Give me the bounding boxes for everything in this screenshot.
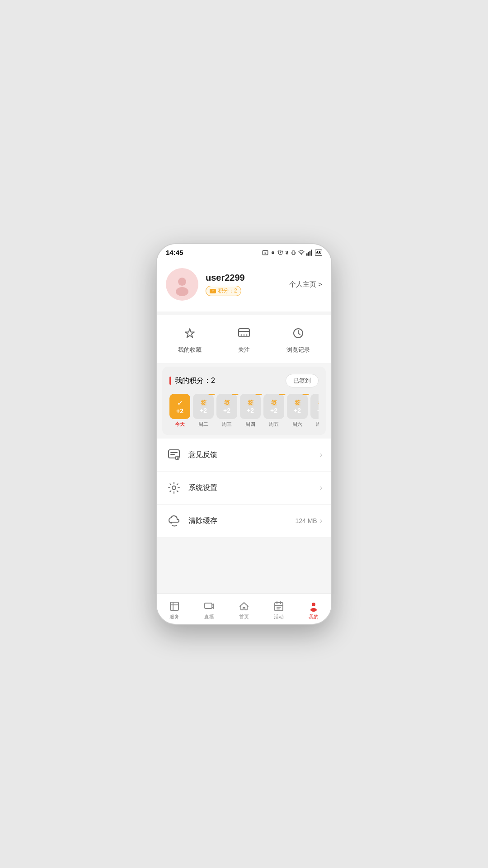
svg-point-25 <box>312 603 315 606</box>
day-card-周五[interactable]: +4签+2周五 <box>263 394 284 428</box>
favorites-action[interactable]: 我的收藏 <box>178 324 202 354</box>
tab-activity[interactable]: 活动 <box>262 597 296 620</box>
svg-text:币: 币 <box>212 290 214 292</box>
spacer <box>157 537 331 544</box>
status-time: 14:45 <box>166 249 183 256</box>
menu-label-settings: 系统设置 <box>188 483 320 493</box>
menu-label-feedback: 意见反馈 <box>188 450 320 460</box>
tab-mine[interactable]: 我的 <box>296 597 331 620</box>
avatar-icon <box>172 274 192 294</box>
svg-rect-4 <box>292 250 295 255</box>
points-card-header: 我的积分：2 已签到 <box>169 374 319 387</box>
cache-icon <box>166 513 182 529</box>
svg-point-21 <box>172 486 176 490</box>
day-card-周四[interactable]: +2签+2周四 <box>240 394 261 428</box>
red-bar <box>169 377 171 385</box>
svg-point-2 <box>272 252 273 253</box>
svg-rect-7 <box>308 252 309 255</box>
tab-label-mine: 我的 <box>309 613 319 620</box>
username: user2299 <box>206 273 282 283</box>
tab-bar: 服务直播首页活动我的 <box>157 593 331 624</box>
points-card-title-text: 我的积分：2 <box>175 376 215 386</box>
svg-point-26 <box>310 608 317 612</box>
camera-icon <box>270 250 276 256</box>
day-cards-row: ✓+2今天+2签+2周二+2签+2周三+2签+2周四+4签+2周五+4签+2周六… <box>169 394 319 428</box>
profile-section: user2299 币 积分：2 个人主页 > <box>157 259 331 311</box>
svg-point-15 <box>241 335 242 336</box>
live-icon <box>204 601 215 612</box>
bluetooth-icon <box>285 250 289 256</box>
history-icon <box>289 324 307 342</box>
menu-section: 意见反馈› 系统设置› 清除缓存124 MB› <box>157 439 331 537</box>
following-action[interactable]: 关注 <box>235 324 253 354</box>
wifi-icon <box>298 250 305 256</box>
signed-button[interactable]: 已签到 <box>286 374 319 387</box>
day-card-周三[interactable]: +2签+2周三 <box>216 394 237 428</box>
signal-icon <box>306 250 314 256</box>
svg-rect-22 <box>170 602 178 610</box>
settings-icon <box>166 480 182 496</box>
following-label: 关注 <box>238 346 250 354</box>
svg-rect-6 <box>306 253 308 255</box>
menu-arrow-settings: › <box>320 484 322 492</box>
tab-label-live: 直播 <box>204 613 214 620</box>
day-card-周日[interactable]: +6签+2周日 <box>310 394 319 428</box>
history-action[interactable]: 浏览记录 <box>286 324 310 354</box>
service-icon <box>169 601 180 612</box>
points-card: 我的积分：2 已签到 ✓+2今天+2签+2周二+2签+2周三+2签+2周四+4签… <box>162 367 326 435</box>
points-badge: 币 积分：2 <box>206 286 241 296</box>
tab-home[interactable]: 首页 <box>226 597 261 620</box>
points-badge-icon: 币 <box>210 289 216 293</box>
menu-value-cache: 124 MB <box>295 517 317 524</box>
day-card-今天[interactable]: ✓+2今天 <box>169 394 190 428</box>
avatar <box>166 268 198 301</box>
svg-point-16 <box>244 335 245 336</box>
home-icon <box>239 601 249 612</box>
status-bar: 14:45 N <box>157 244 331 259</box>
menu-item-settings[interactable]: 系统设置› <box>157 472 331 505</box>
menu-arrow-cache: › <box>320 517 322 525</box>
svg-text:N: N <box>265 251 266 254</box>
svg-point-17 <box>246 335 248 336</box>
day-card-周六[interactable]: +4签+2周六 <box>287 394 308 428</box>
mine-icon <box>308 601 319 612</box>
history-label: 浏览记录 <box>286 346 310 354</box>
profile-info: user2299 币 积分：2 <box>206 273 282 296</box>
svg-rect-9 <box>311 250 312 255</box>
menu-arrow-feedback: › <box>320 451 322 459</box>
menu-item-feedback[interactable]: 意见反馈› <box>157 439 331 472</box>
svg-point-11 <box>176 287 188 296</box>
content-area: user2299 币 积分：2 个人主页 > <box>157 259 331 592</box>
activity-icon <box>273 601 284 612</box>
quick-actions: 我的收藏 关注 <box>157 315 331 363</box>
nfc-icon: N <box>262 250 268 256</box>
phone-frame: 14:45 N <box>156 243 332 625</box>
vibrate-icon <box>291 250 296 256</box>
status-icons: N <box>262 250 322 256</box>
svg-point-10 <box>178 278 186 286</box>
points-card-title: 我的积分：2 <box>169 376 215 386</box>
svg-rect-8 <box>310 251 311 256</box>
svg-point-5 <box>301 254 302 255</box>
profile-link-btn[interactable]: 个人主页 > <box>289 280 322 289</box>
tab-live[interactable]: 直播 <box>192 597 226 620</box>
following-icon <box>235 324 253 342</box>
tab-label-activity: 活动 <box>274 613 284 620</box>
tab-label-service: 服务 <box>169 613 179 620</box>
tab-label-home: 首页 <box>239 613 249 620</box>
menu-item-cache[interactable]: 清除缓存124 MB› <box>157 505 331 537</box>
battery-icon: 68 <box>315 250 322 256</box>
alarm-icon <box>277 250 283 255</box>
day-card-周二[interactable]: +2签+2周二 <box>193 394 214 428</box>
feedback-icon <box>166 447 182 463</box>
tab-service[interactable]: 服务 <box>157 597 192 620</box>
points-label: 积分：2 <box>218 287 237 295</box>
menu-label-cache: 清除缓存 <box>188 516 295 526</box>
favorites-label: 我的收藏 <box>178 346 202 354</box>
favorites-icon <box>181 324 199 342</box>
svg-rect-23 <box>205 603 212 609</box>
